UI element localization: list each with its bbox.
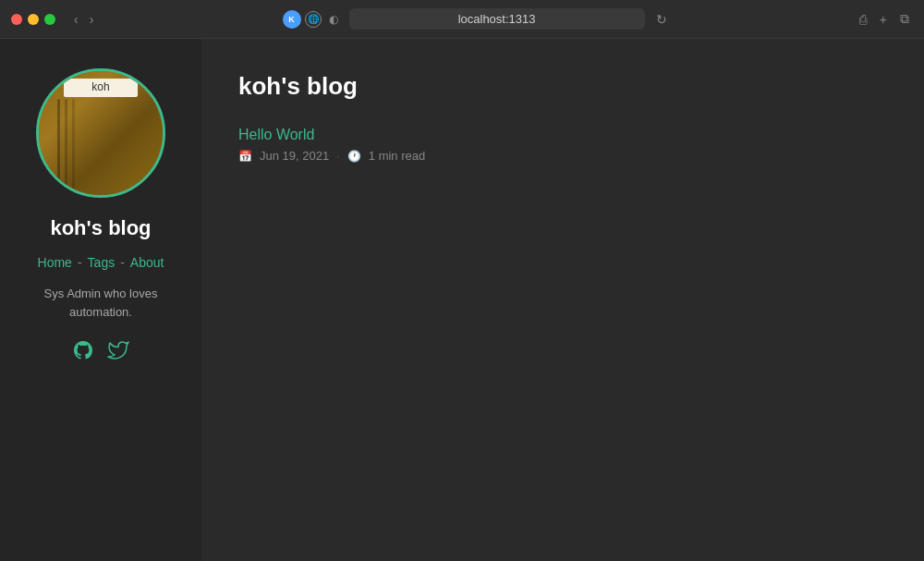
calendar-icon: 📅	[238, 150, 252, 163]
close-button[interactable]	[11, 14, 22, 25]
avatar-container	[36, 68, 165, 198]
back-button[interactable]: ‹	[70, 10, 82, 29]
main-content: koh's blog Hello World 📅 Jun 19, 2021 · …	[201, 39, 924, 561]
favicon: K	[283, 10, 301, 29]
sidebar: koh's blog Home - Tags - About Sys Admin…	[0, 39, 201, 561]
forward-button[interactable]: ›	[86, 10, 98, 29]
app-container: koh's blog Home - Tags - About Sys Admin…	[0, 39, 924, 561]
twitter-icon[interactable]	[107, 339, 129, 367]
address-bar[interactable]	[349, 8, 645, 30]
post-read-time: 1 min read	[369, 149, 425, 163]
post-item: Hello World 📅 Jun 19, 2021 · 🕐 1 min rea…	[238, 127, 887, 163]
browser-controls: ‹ ›	[70, 10, 97, 29]
maximize-button[interactable]	[44, 14, 55, 25]
reload-button[interactable]: ↻	[652, 10, 671, 29]
minimize-button[interactable]	[28, 14, 39, 25]
nav-sep-2: -	[120, 255, 125, 270]
github-icon[interactable]	[72, 339, 94, 367]
meta-separator: ·	[336, 149, 340, 163]
nav-home[interactable]: Home	[38, 255, 72, 270]
address-bar-area: K 🌐 ◐ ↻	[104, 8, 847, 30]
social-icons	[72, 339, 129, 367]
favicon-area: K 🌐 ◐	[283, 10, 342, 29]
share-button[interactable]: ⎙	[856, 10, 870, 29]
avatar-decoration	[57, 99, 60, 191]
nav-about[interactable]: About	[130, 255, 164, 270]
post-meta: 📅 Jun 19, 2021 · 🕐 1 min read	[238, 149, 887, 163]
traffic-lights	[11, 14, 55, 25]
browser-actions: ⎙ + ⧉	[856, 9, 913, 29]
post-date: Jun 19, 2021	[260, 149, 329, 163]
new-tab-button[interactable]: +	[876, 10, 891, 29]
avatar	[39, 71, 163, 195]
nav-tags[interactable]: Tags	[88, 255, 116, 270]
clock-icon: 🕐	[347, 150, 361, 163]
sidebar-blog-title: koh's blog	[50, 216, 151, 240]
post-title-link[interactable]: Hello World	[238, 127, 887, 143]
globe-icon: 🌐	[305, 11, 322, 28]
nav-sep-1: -	[78, 255, 82, 270]
theme-icon: ◐	[325, 11, 342, 28]
sidebar-nav: Home - Tags - About	[38, 255, 164, 270]
browser-chrome: ‹ › K 🌐 ◐ ↻ ⎙ + ⧉	[0, 0, 924, 39]
page-title: koh's blog	[238, 72, 887, 101]
tabs-button[interactable]: ⧉	[896, 9, 913, 29]
sidebar-bio: Sys Admin who loves automation.	[18, 285, 183, 321]
